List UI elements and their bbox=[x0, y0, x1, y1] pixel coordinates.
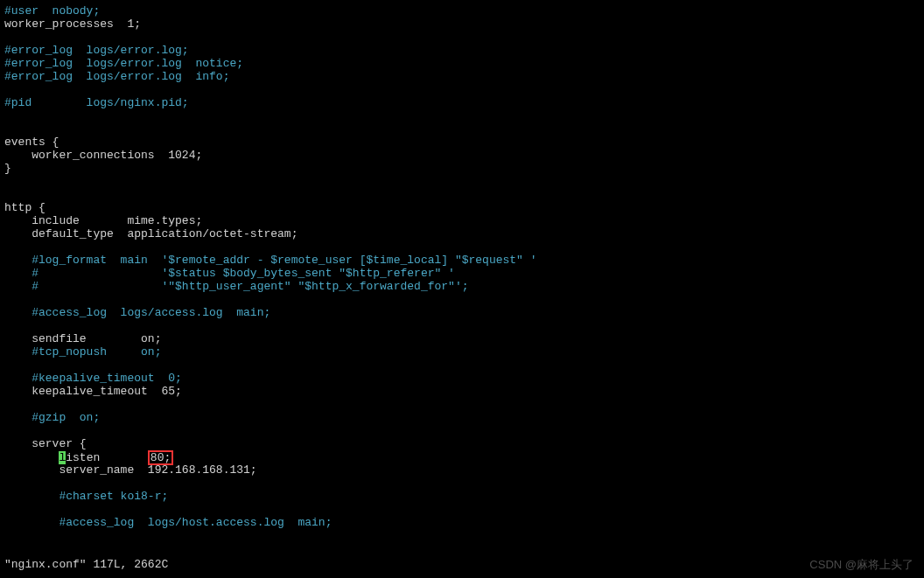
code-line: #keepalive_timeout 0; bbox=[4, 372, 924, 385]
code-line: #user nobody; bbox=[4, 4, 924, 17]
code-line: #charset koi8-r; bbox=[4, 490, 924, 503]
code-line bbox=[4, 398, 924, 411]
vim-status-line: "nginx.conf" 117L, 2662C bbox=[4, 558, 168, 571]
code-line bbox=[4, 109, 924, 122]
code-line bbox=[4, 122, 924, 136]
code-line: server_name 192.168.168.131; bbox=[4, 463, 924, 477]
code-line bbox=[4, 503, 924, 516]
code-line bbox=[4, 477, 924, 490]
code-line bbox=[4, 31, 924, 44]
code-line: #access_log logs/host.access.log main; bbox=[4, 516, 924, 529]
code-line: # '$status $body_bytes_sent "$http_refer… bbox=[4, 267, 924, 280]
code-line: # '"$http_user_agent" "$http_x_forwarded… bbox=[4, 280, 924, 293]
code-line: worker_processes 1; bbox=[4, 17, 924, 31]
code-line: keepalive_timeout 65; bbox=[4, 385, 924, 398]
terminal-editor[interactable]: #user nobody;worker_processes 1; #error_… bbox=[4, 4, 924, 529]
code-line-listen: listen 80; bbox=[4, 450, 924, 463]
code-line: sendfile on; bbox=[4, 332, 924, 345]
code-line bbox=[4, 175, 924, 188]
code-line: worker_connections 1024; bbox=[4, 149, 924, 162]
code-line: #access_log logs/access.log main; bbox=[4, 306, 924, 319]
code-line: #error_log logs/error.log info; bbox=[4, 70, 924, 83]
code-line: #log_format main '$remote_addr - $remote… bbox=[4, 254, 924, 267]
code-line: server { bbox=[4, 437, 924, 450]
code-line bbox=[4, 359, 924, 372]
code-line bbox=[4, 293, 924, 306]
code-line bbox=[4, 424, 924, 437]
code-line: #tcp_nopush on; bbox=[4, 345, 924, 359]
code-line: #pid logs/nginx.pid; bbox=[4, 96, 924, 109]
watermark: CSDN @麻将上头了 bbox=[809, 558, 914, 571]
code-line bbox=[4, 188, 924, 201]
code-line: #error_log logs/error.log notice; bbox=[4, 57, 924, 70]
code-line: http { bbox=[4, 201, 924, 214]
code-line bbox=[4, 240, 924, 254]
code-line: default_type application/octet-stream; bbox=[4, 227, 924, 240]
code-line: #gzip on; bbox=[4, 411, 924, 424]
code-line: #error_log logs/error.log; bbox=[4, 44, 924, 57]
code-line bbox=[4, 319, 924, 332]
code-line bbox=[4, 83, 924, 96]
code-line: include mime.types; bbox=[4, 214, 924, 227]
code-line: } bbox=[4, 162, 924, 175]
code-line: events { bbox=[4, 136, 924, 149]
